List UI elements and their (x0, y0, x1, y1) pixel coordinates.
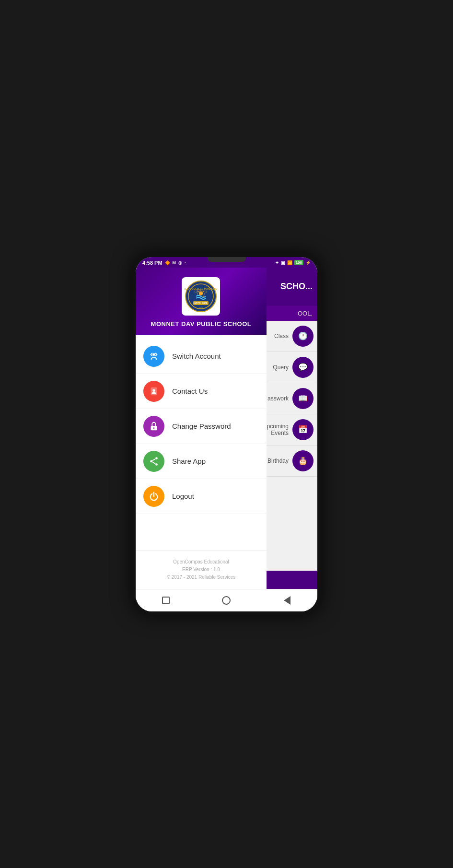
share-icon (149, 456, 159, 467)
footer-line3: © 2017 - 2021 Reliable Services (143, 574, 259, 581)
contact-us-label: Contact Us (172, 387, 208, 395)
contact-us-icon-circle (143, 381, 164, 402)
back-button[interactable] (280, 593, 294, 608)
wifi-icon: 📶 (287, 260, 292, 265)
bg-icon-clock: 🕐 (292, 326, 314, 347)
menu-item-logout[interactable]: Logout (136, 479, 267, 514)
home-icon (222, 596, 231, 605)
svg-text:ESTD. 1886: ESTD. 1886 (195, 302, 208, 305)
phone-inner: 4:58 PM 🔶 M ◎ · ✦ ▣ 📶 100 ⚡ (136, 257, 317, 611)
bg-label-query: Query (273, 364, 289, 371)
screen: 4:58 PM 🔶 M ◎ · ✦ ▣ 📶 100 ⚡ (136, 257, 317, 611)
change-password-label: Change Password (172, 422, 231, 430)
footer-line2: ERP Version : 1.0 (143, 566, 259, 574)
menu-item-contact-us[interactable]: Contact Us (136, 374, 267, 409)
drawer-menu: Switch Account Contact Us (136, 335, 267, 550)
status-left: 4:58 PM 🔶 M ◎ · (142, 260, 186, 266)
status-circle-icon: ◎ (178, 260, 182, 265)
svg-point-21 (155, 463, 158, 466)
bg-icon-cake: 🎂 (292, 450, 314, 471)
status-time: 4:58 PM (142, 260, 163, 266)
logout-icon-circle (143, 486, 164, 507)
power-icon (149, 491, 159, 502)
navigation-drawer: D.A.V. COLLEGE MANAGING COMMITTEE (136, 268, 267, 589)
bg-icon-chat: 💬 (292, 357, 314, 378)
share-app-icon-circle (143, 451, 164, 472)
bg-title: SCHO... (280, 282, 313, 292)
android-nav-bar (136, 589, 317, 611)
share-app-label: Share App (172, 457, 206, 465)
school-logo-wrapper: D.A.V. COLLEGE MANAGING COMMITTEE (182, 277, 220, 316)
bg-icon-calendar: 📅 (292, 419, 314, 440)
switch-account-label: Switch Account (172, 352, 221, 360)
speaker (208, 257, 246, 262)
phone-frame: 4:58 PM 🔶 M ◎ · ✦ ▣ 📶 100 ⚡ (132, 253, 321, 615)
switch-icon (149, 351, 159, 362)
status-right: ✦ ▣ 📶 100 ⚡ (275, 260, 311, 265)
drawer-header: D.A.V. COLLEGE MANAGING COMMITTEE (136, 268, 267, 335)
signal-icon: ▣ (281, 260, 285, 265)
svg-point-19 (155, 457, 158, 459)
lock-icon (149, 421, 159, 432)
status-dot-icon: · (185, 260, 186, 265)
home-button[interactable] (219, 593, 233, 608)
svg-point-18 (153, 427, 155, 429)
bg-icon-book: 📖 (292, 388, 314, 409)
status-m-icon: M (173, 260, 176, 265)
bluetooth-icon: ✦ (275, 260, 279, 265)
logout-label: Logout (172, 492, 194, 500)
contact-icon (149, 386, 159, 397)
menu-item-switch-account[interactable]: Switch Account (136, 339, 267, 374)
school-name: MONNET DAV PUBLIC SCHOOL (151, 320, 252, 328)
school-logo-svg: D.A.V. COLLEGE MANAGING COMMITTEE (185, 280, 217, 313)
back-icon (284, 596, 290, 605)
svg-point-16 (152, 389, 155, 392)
menu-item-share-app[interactable]: Share App (136, 444, 267, 479)
drawer-footer: OpenCompas Educational ERP Version : 1.0… (136, 550, 267, 589)
recent-apps-icon (162, 597, 170, 604)
recent-apps-button[interactable] (159, 593, 173, 608)
menu-item-change-password[interactable]: Change Password (136, 409, 267, 444)
switch-account-icon-circle (143, 346, 164, 367)
footer-line1: OpenCompas Educational (143, 558, 259, 566)
bg-label-events: UpcomingEvents (263, 423, 289, 436)
svg-point-4 (199, 292, 203, 295)
bg-label-class: Class (274, 333, 289, 340)
svg-point-14 (152, 353, 155, 356)
svg-point-20 (150, 460, 152, 462)
svg-text:दयानंद: दयानंद (198, 307, 204, 309)
bg-label-classwork: asswork (267, 395, 289, 402)
status-notification-icon: 🔶 (165, 260, 170, 265)
charging-icon: ⚡ (305, 260, 311, 265)
svg-line-23 (152, 462, 156, 464)
svg-line-22 (152, 458, 156, 460)
content-area: SCHO... OOL, Class 🕐 Query 💬 as (136, 268, 317, 589)
change-password-icon-circle (143, 416, 164, 437)
battery-indicator: 100 (294, 260, 303, 265)
